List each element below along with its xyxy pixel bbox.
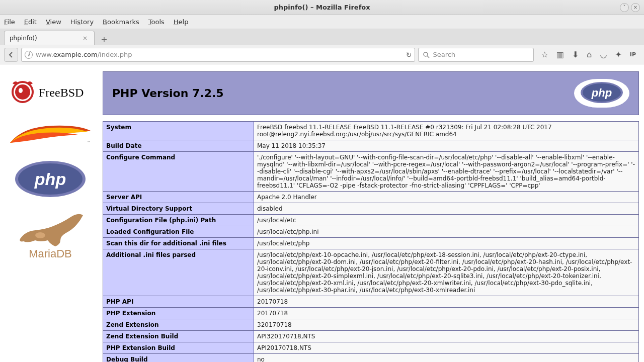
tab-close-icon[interactable]: × — [81, 34, 89, 42]
minimize-icon[interactable]: ˅ — [620, 3, 629, 12]
config-key: Configuration File (php.ini) Path — [103, 215, 254, 226]
phpinfo-main: PHP Version 7.2.5 php SystemFreeBSD free… — [101, 64, 644, 362]
config-key: System — [103, 122, 254, 140]
config-value: May 11 2018 10:35:37 — [254, 140, 639, 152]
config-value: 20170718 — [254, 296, 639, 308]
phpinfo-header: PHP Version 7.2.5 php — [103, 71, 639, 115]
menubar: File Edit View History Bookmarks Tools H… — [0, 15, 644, 29]
home-icon[interactable]: ⌂ — [587, 50, 592, 59]
table-row: Zend Extension BuildAPI320170718,NTS — [103, 331, 639, 342]
tab-phpinfo[interactable]: phpinfo() × — [4, 31, 95, 45]
table-row: Debug Buildno — [103, 354, 639, 363]
arrow-left-icon — [8, 51, 15, 58]
menu-help[interactable]: Help — [174, 18, 189, 26]
new-tab-button[interactable]: + — [98, 34, 111, 45]
config-key: Loaded Configuration File — [103, 226, 254, 238]
menu-edit[interactable]: Edit — [24, 18, 37, 26]
table-row: Additional .ini files parsed/usr/local/e… — [103, 249, 639, 296]
php-logo: php — [8, 159, 93, 199]
page-content: FreeBSD ™ php MariaDB — [0, 64, 644, 362]
menu-view[interactable]: View — [46, 18, 61, 26]
apache-logo: ™ — [8, 122, 93, 147]
config-key: Configure Command — [103, 152, 254, 192]
php-version-title: PHP Version 7.2.5 — [112, 87, 224, 100]
tab-title: phpinfo() — [10, 35, 37, 42]
config-value: Apache 2.0 Handler — [254, 192, 639, 203]
svg-text:FreeBSD: FreeBSD — [39, 86, 84, 99]
url-text: www.example.com/index.php — [36, 51, 132, 58]
config-value: /usr/local/etc/php.ini — [254, 226, 639, 238]
table-row: PHP Extension20170718 — [103, 308, 639, 319]
php-header-logo: php — [574, 79, 629, 108]
navbar: i www.example.com/index.php ↻ Search ☆ ▥… — [0, 45, 644, 64]
download-icon[interactable]: ⬇ — [572, 50, 579, 59]
config-key: PHP Extension Build — [103, 342, 254, 354]
table-row: Server APIApache 2.0 Handler — [103, 192, 639, 203]
config-value: /usr/local/etc — [254, 215, 639, 226]
config-value: FreeBSD freebsd 11.1-RELEASE FreeBSD 11.… — [254, 122, 639, 140]
phpinfo-table: SystemFreeBSD freebsd 11.1-RELEASE FreeB… — [103, 121, 639, 362]
table-row: Configuration File (php.ini) Path/usr/lo… — [103, 215, 639, 226]
config-key: Build Date — [103, 140, 254, 152]
table-row: Virtual Directory Supportdisabled — [103, 203, 639, 215]
library-icon[interactable]: ▥ — [556, 50, 564, 59]
back-button[interactable] — [4, 48, 18, 62]
addon-icon[interactable]: ✦ — [615, 50, 621, 59]
menu-history[interactable]: History — [70, 18, 94, 26]
close-icon[interactable]: × — [631, 3, 640, 12]
svg-point-5 — [19, 88, 23, 93]
config-value: './configure' '--with-layout=GNU' '--wit… — [254, 152, 639, 192]
config-key: PHP API — [103, 296, 254, 308]
config-value: API320170718,NTS — [254, 331, 639, 342]
window-title: phpinfo() – Mozilla Firefox — [274, 4, 370, 11]
config-value: 20170718 — [254, 308, 639, 319]
svg-point-0 — [424, 52, 428, 56]
config-value: disabled — [254, 203, 639, 215]
svg-point-11 — [35, 232, 45, 238]
config-key: Server API — [103, 192, 254, 203]
svg-line-1 — [427, 56, 429, 58]
table-row: PHP Extension BuildAPI20170718,NTS — [103, 342, 639, 354]
config-value: /usr/local/etc/php/ext-10-opcache.ini, /… — [254, 249, 639, 296]
info-icon[interactable]: i — [25, 51, 33, 59]
mariadb-logo: MariaDB — [8, 211, 93, 261]
config-value: API20170718,NTS — [254, 342, 639, 354]
config-key: Virtual Directory Support — [103, 203, 254, 215]
table-row: Loaded Configuration File/usr/local/etc/… — [103, 226, 639, 238]
table-row: PHP API20170718 — [103, 296, 639, 308]
window-titlebar: phpinfo() – Mozilla Firefox ˅ × — [0, 0, 644, 15]
ip-icon[interactable]: IP — [630, 51, 636, 58]
toolbar-icons: ☆ ▥ ⬇ ⌂ ◡ ✦ IP — [537, 50, 640, 59]
svg-text:php: php — [591, 86, 612, 99]
config-value: no — [254, 354, 639, 363]
svg-text:™: ™ — [87, 141, 91, 145]
search-icon — [423, 51, 430, 58]
table-row: Build DateMay 11 2018 10:35:37 — [103, 140, 639, 152]
table-row: SystemFreeBSD freebsd 11.1-RELEASE FreeB… — [103, 122, 639, 140]
config-key: Additional .ini files parsed — [103, 249, 254, 296]
config-key: Scan this dir for additional .ini files — [103, 238, 254, 249]
freebsd-logo: FreeBSD — [8, 74, 93, 110]
table-row: Configure Command'./configure' '--with-l… — [103, 152, 639, 192]
config-key: Zend Extension — [103, 319, 254, 331]
url-input[interactable]: i www.example.com/index.php ↻ — [21, 48, 415, 62]
config-key: PHP Extension — [103, 308, 254, 319]
svg-text:php: php — [34, 169, 66, 189]
logo-sidebar: FreeBSD ™ php MariaDB — [0, 64, 101, 362]
svg-text:MariaDB: MariaDB — [29, 247, 72, 260]
search-input[interactable]: Search — [418, 48, 534, 62]
search-placeholder: Search — [433, 51, 455, 58]
config-value: /usr/local/etc/php — [254, 238, 639, 249]
svg-point-4 — [15, 84, 30, 100]
menu-tools[interactable]: Tools — [148, 18, 165, 26]
reload-icon[interactable]: ↻ — [406, 51, 412, 59]
config-value: 320170718 — [254, 319, 639, 331]
menu-bookmarks[interactable]: Bookmarks — [103, 18, 139, 26]
config-key: Zend Extension Build — [103, 331, 254, 342]
bookmark-star-icon[interactable]: ☆ — [541, 50, 548, 59]
table-row: Scan this dir for additional .ini files/… — [103, 238, 639, 249]
pocket-icon[interactable]: ◡ — [600, 50, 607, 59]
menu-file[interactable]: File — [4, 18, 15, 26]
tabbar: phpinfo() × + — [0, 29, 644, 45]
config-key: Debug Build — [103, 354, 254, 363]
